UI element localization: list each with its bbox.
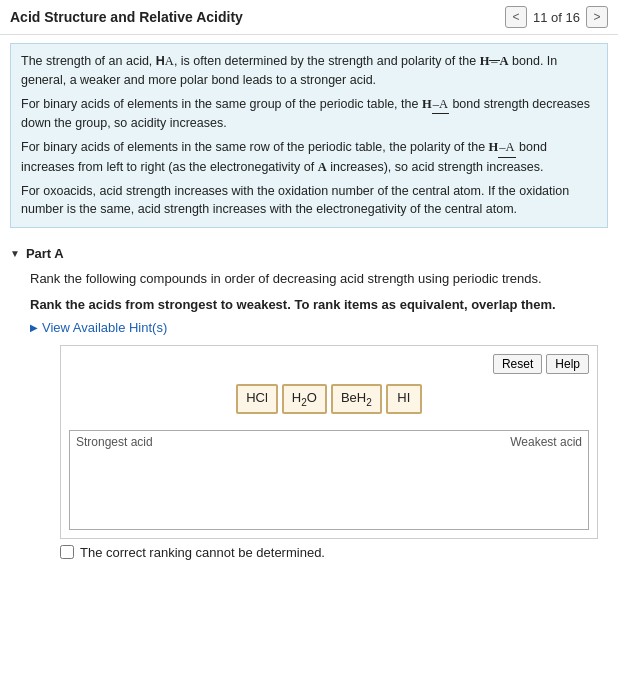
collapse-triangle: ▼: [10, 248, 20, 259]
card-H2O[interactable]: H2O: [282, 384, 327, 414]
cards-row: HCl H2O BeH2 HI: [69, 384, 589, 414]
pagination-text: 11 of 16: [533, 10, 580, 25]
instruction-2: Rank the acids from strongest to weakest…: [30, 295, 608, 315]
next-button[interactable]: >: [586, 6, 608, 28]
cannot-determine-label: The correct ranking cannot be determined…: [80, 545, 325, 560]
cannot-determine-checkbox[interactable]: [60, 545, 74, 559]
checkbox-row: The correct ranking cannot be determined…: [30, 539, 608, 566]
drop-zone[interactable]: Strongest acid Weakest acid: [69, 430, 589, 530]
card-BeH2[interactable]: BeH2: [331, 384, 382, 414]
page-header: Acid Structure and Relative Acidity < 11…: [0, 0, 618, 35]
hint-triangle-icon: ▶: [30, 322, 38, 333]
card-HCl[interactable]: HCl: [236, 384, 278, 414]
part-body: Rank the following compounds in order of…: [10, 269, 608, 566]
strongest-acid-label: Strongest acid: [76, 435, 153, 449]
weakest-acid-label: Weakest acid: [510, 435, 582, 449]
part-section: ▼ Part A Rank the following compounds in…: [0, 236, 618, 566]
info-paragraph-2: For binary acids of elements in the same…: [21, 95, 597, 134]
pagination: < 11 of 16 >: [505, 6, 608, 28]
reset-button[interactable]: Reset: [493, 354, 542, 374]
card-HI[interactable]: HI: [386, 384, 422, 414]
info-paragraph-1: The strength of an acid, HA, is often de…: [21, 52, 597, 90]
prev-button[interactable]: <: [505, 6, 527, 28]
info-box: The strength of an acid, HA, is often de…: [10, 43, 608, 228]
view-hint[interactable]: ▶ View Available Hint(s): [30, 320, 608, 335]
part-label: Part A: [26, 246, 64, 261]
drag-container: Reset Help HCl H2O BeH2 HI Strongest aci…: [60, 345, 598, 539]
page-title: Acid Structure and Relative Acidity: [10, 9, 243, 25]
instruction-1: Rank the following compounds in order of…: [30, 269, 608, 289]
drop-zone-labels: Strongest acid Weakest acid: [70, 431, 588, 453]
part-header[interactable]: ▼ Part A: [10, 246, 608, 261]
info-paragraph-4: For oxoacids, acid strength increases wi…: [21, 182, 597, 220]
help-button[interactable]: Help: [546, 354, 589, 374]
info-paragraph-3: For binary acids of elements in the same…: [21, 138, 597, 177]
action-buttons-row: Reset Help: [69, 354, 589, 374]
hint-label: View Available Hint(s): [42, 320, 167, 335]
